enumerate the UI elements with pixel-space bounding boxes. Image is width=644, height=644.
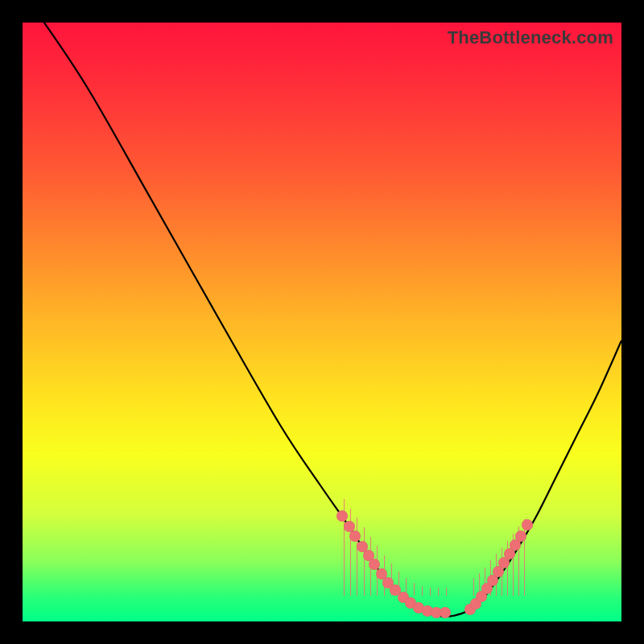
bottleneck-curve — [23, 23, 621, 621]
marker-dot — [349, 530, 361, 542]
marker-dot — [336, 510, 348, 522]
tick-mark — [422, 586, 423, 596]
marker-dot — [515, 530, 526, 542]
tick-mark — [446, 588, 447, 596]
tick-mark — [438, 588, 439, 596]
tick-mark — [430, 588, 431, 596]
plot-area: TheBottleneck.com — [23, 23, 621, 621]
tick-mark — [473, 578, 474, 596]
tick-mark — [524, 519, 525, 596]
chart-container: TheBottleneck.com — [0, 0, 644, 644]
tick-mark — [414, 583, 415, 596]
marker-dot — [440, 607, 451, 618]
tick-mark — [364, 527, 365, 596]
tick-mark — [357, 518, 357, 596]
marker-dot — [522, 519, 533, 530]
